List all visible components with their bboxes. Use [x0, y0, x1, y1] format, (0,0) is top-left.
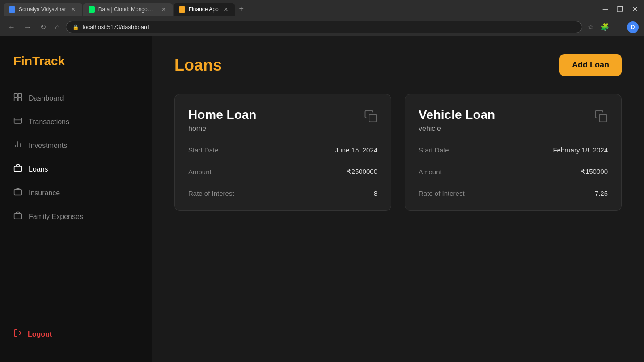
start-date-value-vehicle: February 18, 2024: [553, 146, 608, 154]
dashboard-icon: [13, 93, 22, 104]
amount-label-home: Amount: [188, 168, 212, 176]
interest-value-home: 8: [374, 189, 377, 197]
main-content: Loans Add Loan Home Loan home Start D: [152, 36, 644, 362]
navigation-bar: ← → ↻ ⌂ 🔒 localhost:5173/dashboard ☆ 🧩 ⋮…: [0, 18, 644, 36]
amount-value-home: ₹2500000: [347, 168, 377, 176]
family-expenses-label: Family Expenses: [29, 213, 83, 221]
tab-label-somaiya: Somaiya Vidyavihar: [19, 6, 66, 13]
family-expenses-icon: [13, 211, 22, 222]
tab-close-somaiya[interactable]: ✕: [70, 6, 77, 13]
menu-button[interactable]: ⋮: [614, 21, 624, 33]
amount-value-vehicle: ₹150000: [581, 168, 608, 176]
tab-favicon-mongodb: [89, 6, 95, 13]
loan-card-header-home: Home Loan home: [188, 108, 377, 133]
tab-close-financeapp[interactable]: ✕: [222, 6, 229, 13]
tab-mongodb[interactable]: Data | Cloud: MongoDB Cloud ✕: [83, 3, 173, 16]
detail-row-amount-vehicle: Amount ₹150000: [419, 168, 608, 182]
svg-rect-13: [369, 114, 376, 122]
detail-row-interest-home: Rate of Interest 8: [188, 189, 377, 197]
svg-rect-14: [599, 114, 606, 122]
page-header: Loans Add Loan: [174, 54, 622, 76]
tab-favicon-financeapp: [179, 6, 185, 13]
page-title: Loans: [174, 56, 222, 75]
sidebar-item-family-expenses[interactable]: Family Expenses: [0, 205, 152, 228]
copy-icon-home[interactable]: [364, 109, 377, 126]
tab-close-mongodb[interactable]: ✕: [160, 6, 167, 13]
bookmark-button[interactable]: ☆: [586, 21, 596, 33]
forward-button[interactable]: →: [21, 21, 34, 33]
add-loan-button[interactable]: Add Loan: [559, 54, 622, 76]
tab-financeapp[interactable]: Finance App ✕: [174, 3, 235, 16]
svg-rect-9: [14, 166, 22, 172]
back-button[interactable]: ←: [5, 21, 18, 33]
loan-card-header-vehicle: Vehicle Loan vehicle: [419, 108, 608, 133]
sidebar-item-insurance[interactable]: Insurance: [0, 181, 152, 205]
tab-label-mongodb: Data | Cloud: MongoDB Cloud: [98, 6, 157, 13]
detail-row-amount-home: Amount ₹2500000: [188, 168, 377, 182]
reload-button[interactable]: ↻: [38, 21, 49, 33]
extensions-button[interactable]: 🧩: [598, 21, 611, 33]
sidebar-item-transactions[interactable]: Transactions: [0, 110, 152, 134]
start-date-label-vehicle: Start Date: [419, 146, 449, 154]
interest-value-vehicle: 7.25: [595, 189, 608, 197]
investments-icon: [13, 140, 22, 151]
home-button[interactable]: ⌂: [52, 21, 62, 33]
svg-rect-1: [18, 94, 22, 97]
close-button[interactable]: ✕: [629, 4, 640, 14]
restore-button[interactable]: ❐: [614, 4, 626, 14]
tab-label-financeapp: Finance App: [189, 6, 219, 13]
tab-somaiya[interactable]: Somaiya Vidyavihar ✕: [4, 3, 82, 16]
copy-icon-vehicle[interactable]: [594, 109, 608, 126]
sidebar-item-loans[interactable]: Loans: [0, 157, 152, 181]
loan-details-home: Start Date June 15, 2024 Amount ₹2500000…: [188, 146, 377, 197]
dashboard-label: Dashboard: [29, 94, 64, 102]
interest-label-home: Rate of Interest: [188, 189, 234, 197]
transactions-label: Transactions: [29, 118, 69, 126]
sidebar-item-dashboard[interactable]: Dashboard: [0, 86, 152, 110]
loan-card-vehicle: Vehicle Loan vehicle Start Date February…: [405, 94, 622, 211]
svg-rect-10: [14, 190, 22, 195]
window-controls: ─ ❐ ✕: [600, 4, 640, 14]
sidebar-nav: Dashboard Transactions Investments Loans: [0, 86, 152, 320]
loan-title-vehicle: Vehicle Loan: [419, 108, 495, 122]
address-text: localhost:5173/dashboard: [83, 24, 576, 30]
browser-chrome: Somaiya Vidyavihar ✕ Data | Cloud: Mongo…: [0, 0, 644, 36]
logout-icon: [13, 328, 22, 340]
transactions-icon: [13, 116, 22, 127]
loans-grid: Home Loan home Start Date June 15, 2024 …: [174, 94, 622, 211]
minimize-button[interactable]: ─: [600, 4, 610, 14]
loan-title-home: Home Loan: [188, 108, 256, 122]
start-date-value-home: June 15, 2024: [335, 146, 377, 154]
tab-bar: Somaiya Vidyavihar ✕ Data | Cloud: Mongo…: [4, 3, 598, 16]
svg-rect-0: [14, 94, 18, 97]
app-logo: FinTrack: [0, 50, 152, 86]
profile-avatar[interactable]: D: [627, 21, 639, 33]
sidebar-footer: Logout: [0, 320, 152, 349]
nav-actions: ☆ 🧩 ⋮ D: [586, 21, 639, 33]
sidebar-item-investments[interactable]: Investments: [0, 134, 152, 157]
detail-row-interest-vehicle: Rate of Interest 7.25: [419, 189, 608, 197]
loan-info-vehicle: Vehicle Loan vehicle: [419, 108, 495, 133]
svg-rect-3: [18, 98, 22, 101]
interest-label-vehicle: Rate of Interest: [419, 189, 465, 197]
loan-details-vehicle: Start Date February 18, 2024 Amount ₹150…: [419, 146, 608, 197]
address-bar[interactable]: 🔒 localhost:5173/dashboard: [66, 21, 582, 33]
tab-strip: Somaiya Vidyavihar ✕ Data | Cloud: Mongo…: [0, 0, 644, 18]
svg-rect-2: [14, 98, 18, 101]
logout-label: Logout: [28, 330, 52, 338]
logout-button[interactable]: Logout: [13, 328, 52, 340]
new-tab-button[interactable]: +: [236, 3, 248, 16]
investments-label: Investments: [29, 142, 67, 150]
svg-rect-4: [14, 118, 22, 123]
insurance-icon: [13, 187, 22, 198]
tab-favicon-somaiya: [9, 6, 15, 13]
loans-label: Loans: [29, 165, 48, 173]
app-container: FinTrack Dashboard Transactions Investme…: [0, 36, 644, 362]
loan-card-home: Home Loan home Start Date June 15, 2024 …: [174, 94, 391, 211]
amount-label-vehicle: Amount: [419, 168, 442, 176]
start-date-label-home: Start Date: [188, 146, 219, 154]
loan-info-home: Home Loan home: [188, 108, 256, 133]
loan-type-vehicle: vehicle: [419, 125, 495, 133]
loan-type-home: home: [188, 125, 256, 133]
insurance-label: Insurance: [29, 189, 60, 197]
